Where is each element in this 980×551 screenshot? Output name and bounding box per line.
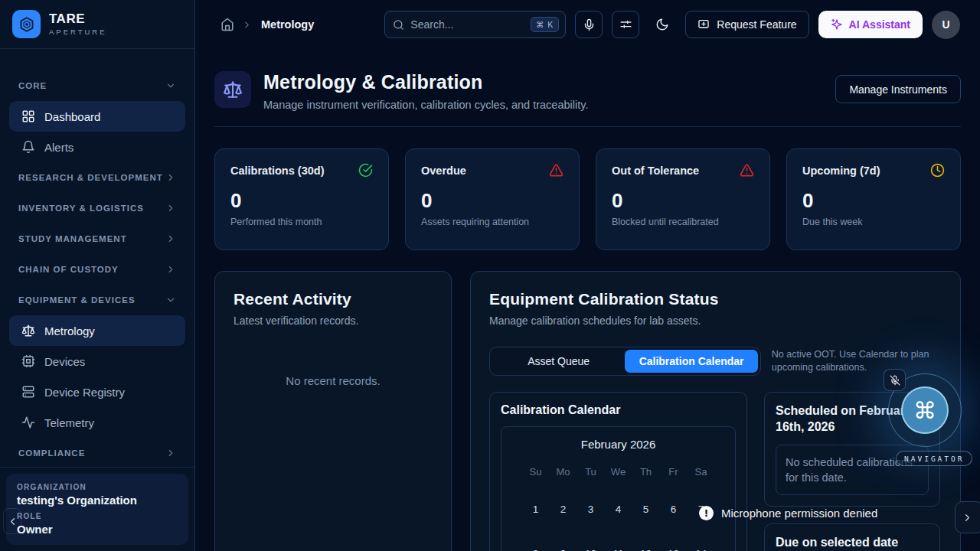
calendar-week-1: 1 2 3 4 5 6 7 [509, 492, 727, 526]
calendar-day[interactable]: 8 [522, 536, 550, 551]
toast-notification: ! Microphone permission denied [699, 506, 877, 520]
stat-card-overdue: Overdue 0 Assets requiring attention [405, 148, 580, 250]
chevron-down-icon [165, 295, 176, 305]
sidebar-item-alerts[interactable]: Alerts [9, 132, 185, 162]
chevron-left-icon [7, 516, 18, 527]
stat-value: 0 [230, 189, 373, 213]
sidebar-item-telemetry[interactable]: Telemetry [9, 407, 185, 438]
sidebar-section-compliance[interactable]: COMPLIANCE [9, 438, 185, 467]
stat-card-upcoming: Upcoming (7d) 0 Due this week [786, 148, 961, 250]
sidebar-section-custody[interactable]: CHAIN OF CUSTODY [9, 254, 185, 285]
search-shortcut-badge: ⌘ K [531, 17, 559, 32]
user-avatar[interactable]: U [932, 11, 960, 39]
main-area: Metrology ⌘ K Request Fea [195, 0, 980, 551]
calendar-week-2: 8 9 10 11 12 13 14 [509, 536, 727, 551]
stat-caption: Assets requiring attention [421, 217, 564, 227]
organization-label: ORGANIZATION [17, 483, 178, 491]
home-icon[interactable] [220, 18, 234, 31]
sidebar: TARE APERTURE CORE Dashboard Alerts RESE… [0, 0, 195, 551]
page-header: Metrology & Calibration Manage instrumen… [214, 71, 961, 111]
calendar-month-label: February 2026 [509, 438, 727, 451]
page-title: Metrology & Calibration [263, 71, 588, 93]
search-bar[interactable]: ⌘ K [384, 11, 566, 38]
stat-caption: Performed this month [230, 217, 373, 227]
sliders-icon [619, 18, 632, 31]
chevron-down-icon [165, 80, 176, 91]
brand-subtitle: APERTURE [49, 28, 107, 36]
brand[interactable]: TARE APERTURE [0, 0, 194, 49]
due-panel-heading: Due on selected date without active sche… [776, 535, 929, 551]
stat-card-calibrations: Calibrations (30d) 0 Performed this mont… [214, 148, 389, 250]
organization-card: ORGANIZATION testing's Organization ROLE… [6, 474, 188, 545]
chevron-right-icon [165, 264, 176, 275]
sidebar-section-study[interactable]: STUDY MANAGEMENT [9, 223, 185, 254]
mic-off-icon [890, 375, 900, 386]
equipment-body: Calibration Calendar February 2026 Su Mo… [489, 392, 942, 551]
page-subtitle: Manage instrument verification, calibrat… [263, 99, 588, 111]
calendar-day[interactable]: 11 [605, 536, 632, 551]
ai-assistant-button[interactable]: AI Assistant [818, 11, 923, 38]
equipment-tabs-row: Asset Queue Calibration Calendar No acti… [489, 347, 942, 376]
brand-logo-icon [12, 10, 41, 38]
tab-calibration-calendar[interactable]: Calibration Calendar [625, 350, 757, 373]
calendar-day[interactable]: 9 [550, 536, 577, 551]
sidebar-section-research[interactable]: RESEARCH & DEVELOPMENT [9, 162, 185, 193]
calendar-day[interactable]: 10 [577, 536, 605, 551]
header-divider [214, 126, 961, 127]
topbar-actions: ⌘ K Request Feature AI Assistant [384, 11, 960, 39]
stat-value: 0 [802, 189, 945, 213]
exclamation-icon: ! [699, 506, 714, 520]
server-icon [21, 385, 35, 399]
chevron-right-icon [962, 512, 973, 523]
recent-activity-title: Recent Activity [234, 290, 433, 308]
navigator-label: NAVIGATOR [896, 451, 972, 466]
recent-activity-empty: No recent records. [234, 374, 433, 387]
calendar-day[interactable]: 14 [688, 536, 715, 551]
stat-value: 0 [421, 189, 564, 213]
sidebar-item-devices[interactable]: Devices [9, 346, 185, 377]
preferences-button[interactable] [612, 11, 639, 38]
search-input[interactable] [410, 18, 524, 31]
search-icon [393, 19, 404, 31]
sidebar-section-equipment[interactable]: EQUIPMENT & DEVICES [9, 285, 185, 315]
calendar-day[interactable]: 3 [577, 492, 605, 526]
calendar-day[interactable]: 4 [605, 492, 632, 526]
microphone-button[interactable] [575, 11, 603, 38]
bell-icon [21, 140, 35, 154]
brand-name: TARE [49, 12, 107, 27]
sidebar-section-core[interactable]: CORE [9, 70, 185, 101]
sidebar-item-device-registry[interactable]: Device Registry [9, 377, 185, 407]
breadcrumb-current: Metrology [261, 18, 314, 31]
alert-triangle-icon [549, 163, 564, 178]
theme-toggle-button[interactable] [648, 11, 676, 38]
sidebar-item-dashboard[interactable]: Dashboard [9, 101, 185, 132]
command-icon[interactable]: ⌘ [901, 386, 949, 434]
recent-activity-card: Recent Activity Latest verification reco… [214, 271, 452, 551]
toast-message: Microphone permission denied [721, 507, 877, 520]
chevron-right-icon [165, 172, 176, 183]
calendar-day[interactable]: 6 [660, 492, 688, 526]
sidebar-item-metrology[interactable]: Metrology [9, 315, 185, 346]
app-window: TARE APERTURE CORE Dashboard Alerts RESE… [0, 0, 980, 551]
calendar-day[interactable]: 12 [632, 536, 660, 551]
manage-instruments-button[interactable]: Manage Instruments [835, 75, 961, 103]
equipment-tabs: Asset Queue Calibration Calendar [489, 347, 761, 376]
organization-panel: ORGANIZATION testing's Organization ROLE… [0, 467, 194, 551]
sidebar-section-inventory[interactable]: INVENTORY & LOGISTICS [9, 193, 185, 223]
role-label: ROLE [17, 512, 178, 520]
cpu-icon [21, 354, 35, 368]
calendar-day[interactable]: 2 [550, 492, 577, 526]
calendar-day[interactable]: 1 [522, 492, 550, 526]
page-content: Metrology & Calibration Manage instrumen… [195, 49, 980, 551]
stat-caption: Blocked until recalibrated [612, 217, 754, 227]
organization-name: testing's Organization [17, 494, 178, 507]
panel-expand-button[interactable] [955, 501, 980, 533]
calendar-day[interactable]: 13 [660, 536, 688, 551]
stat-card-out-of-tolerance: Out of Tolerance 0 Blocked until recalib… [596, 148, 770, 250]
calibration-calendar-card: Calibration Calendar February 2026 Su Mo… [489, 392, 747, 551]
tab-asset-queue[interactable]: Asset Queue [492, 350, 625, 373]
request-feature-button[interactable]: Request Feature [685, 11, 808, 38]
calendar-day[interactable]: 5 [632, 492, 660, 526]
sidebar-collapse-button[interactable] [3, 508, 21, 534]
equipment-note: No active OOT. Use Calendar to plan upco… [772, 348, 942, 374]
